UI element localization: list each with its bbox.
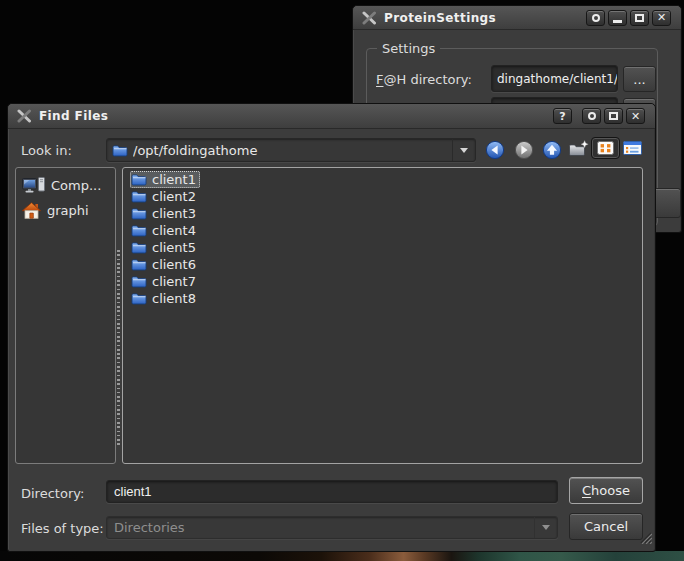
back-button[interactable]	[485, 140, 505, 160]
list-item[interactable]: client2	[130, 188, 200, 205]
sidebar-item-label: graphi	[47, 203, 89, 218]
list-item-label: client4	[152, 223, 196, 238]
folder-icon	[112, 144, 128, 157]
minimize-icon	[613, 20, 622, 23]
look-in-label: Look in:	[21, 143, 72, 158]
maximize-icon	[635, 14, 644, 22]
settings-group-label: Settings	[377, 41, 440, 56]
file-list[interactable]: client1 client2 client3 client4 client5 …	[122, 167, 643, 464]
folder-icon	[131, 190, 147, 203]
fah-browse-button[interactable]: ...	[623, 66, 656, 92]
list-item[interactable]: client7	[130, 273, 200, 290]
list-item[interactable]: client4	[130, 222, 200, 239]
folder-icon	[131, 275, 147, 288]
folder-icon	[131, 258, 147, 271]
directory-label: Directory:	[21, 486, 84, 501]
folder-icon	[131, 224, 147, 237]
files-of-type-dropdown-button[interactable]	[534, 517, 557, 538]
icon-view-button[interactable]	[591, 137, 620, 159]
new-folder-button[interactable]	[568, 140, 590, 158]
window-title: ProteinSettings	[384, 11, 496, 25]
find-files-dialog: Find Files ? ✕ Look in: /opt/foldingatho…	[7, 103, 656, 552]
list-item-label: client5	[152, 240, 196, 255]
button-mnemonic: C	[582, 483, 591, 498]
desktop: ProteinSettings ✕ Settings F@H directory…	[0, 0, 684, 561]
button-text: hoose	[591, 483, 630, 498]
minimize-button[interactable]	[608, 10, 627, 26]
new-folder-icon	[568, 140, 590, 158]
list-item-label: client3	[152, 206, 196, 221]
list-item[interactable]: client3	[130, 205, 200, 222]
protein-settings-titlebar[interactable]: ProteinSettings ✕	[353, 6, 681, 30]
maximize-button[interactable]	[604, 108, 623, 124]
window-x-icon	[361, 11, 377, 25]
list-item-label: client1	[152, 172, 196, 187]
splitter-handle[interactable]	[117, 250, 120, 446]
maximize-button[interactable]	[630, 10, 649, 26]
list-item-label: client6	[152, 257, 196, 272]
folder-icon	[131, 292, 147, 305]
close-button[interactable]: ✕	[652, 10, 671, 26]
look-in-value: /opt/foldingathome	[133, 143, 452, 158]
files-of-type-select[interactable]: Directories	[106, 516, 558, 539]
home-icon	[22, 202, 41, 219]
forward-button[interactable]	[514, 140, 534, 160]
keep-above-button[interactable]	[586, 10, 605, 26]
list-item[interactable]: client1	[130, 171, 200, 188]
cancel-button[interactable]: Cancel	[569, 513, 643, 540]
close-button[interactable]: ✕	[626, 108, 645, 124]
help-button[interactable]: ?	[553, 108, 572, 124]
window-title: Find Files	[39, 109, 108, 123]
look-in-dropdown-button[interactable]	[452, 139, 475, 161]
files-of-type-label: Files of type:	[21, 521, 104, 536]
directory-input[interactable]	[106, 480, 558, 503]
choose-button[interactable]: Choose	[569, 477, 643, 504]
sidebar-item-label: Comp...	[51, 178, 101, 193]
dropdown-arrow-icon	[460, 148, 468, 153]
list-item-label: client8	[152, 291, 196, 306]
sidebar-item-home[interactable]: graphi	[16, 198, 115, 223]
find-files-titlebar[interactable]: Find Files ? ✕	[8, 104, 655, 129]
fah-directory-field[interactable]: dingathome/client1/	[491, 65, 618, 92]
up-icon	[542, 140, 562, 160]
keep-above-icon	[592, 14, 600, 22]
keep-above-icon	[588, 112, 596, 120]
computer-icon	[22, 177, 45, 194]
fah-directory-label: F@H directory:	[376, 72, 472, 87]
list-item-label: client7	[152, 274, 196, 289]
detail-view-icon	[623, 141, 642, 155]
folder-icon	[131, 173, 147, 186]
places-sidebar: Comp... graphi	[15, 167, 116, 464]
resize-grip-icon[interactable]	[638, 529, 652, 548]
up-button[interactable]	[542, 140, 562, 160]
list-item-label: client2	[152, 189, 196, 204]
folder-icon	[131, 207, 147, 220]
window-x-icon	[16, 109, 32, 123]
keep-above-button[interactable]	[582, 108, 601, 124]
icon-view-icon	[597, 141, 614, 155]
list-item[interactable]: client6	[130, 256, 200, 273]
back-icon	[485, 140, 505, 160]
folder-icon	[131, 241, 147, 254]
list-item[interactable]: client8	[130, 290, 200, 307]
files-of-type-value: Directories	[107, 520, 534, 535]
sidebar-item-computer[interactable]: Comp...	[16, 173, 115, 198]
look-in-combobox[interactable]: /opt/foldingathome	[106, 138, 476, 162]
forward-icon	[514, 140, 534, 160]
label-text: @H directory:	[383, 72, 472, 87]
dropdown-arrow-icon	[542, 525, 550, 530]
desktop-wallpaper	[0, 551, 684, 561]
detail-view-button[interactable]	[623, 141, 642, 155]
maximize-icon	[609, 112, 618, 120]
list-item[interactable]: client5	[130, 239, 200, 256]
